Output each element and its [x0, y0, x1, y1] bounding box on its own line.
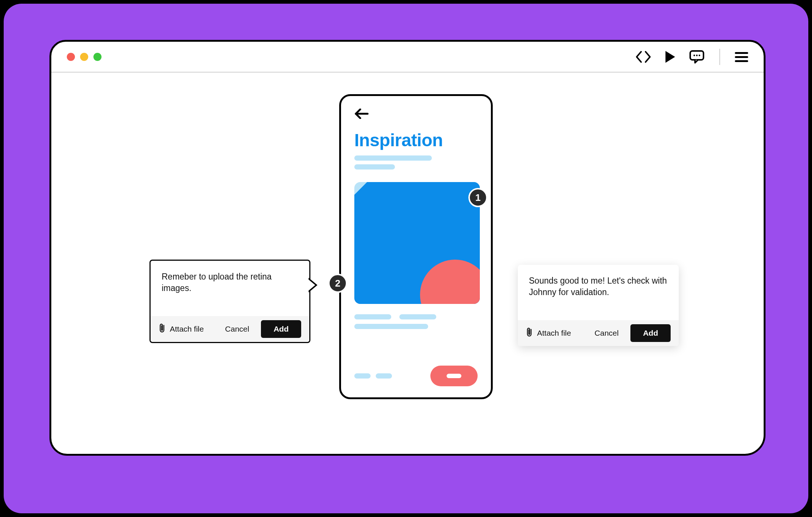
titlebar: [51, 42, 764, 73]
svg-rect-4: [735, 52, 748, 54]
placeholder-line: [354, 324, 428, 329]
annotation-badge-2[interactable]: 2: [328, 274, 347, 293]
phone-cta-button[interactable]: [430, 366, 478, 386]
attach-file-label: Attach file: [537, 329, 571, 338]
titlebar-actions: [635, 49, 748, 65]
window-zoom-dot[interactable]: [93, 53, 102, 61]
attach-file-button[interactable]: Attach file: [159, 323, 204, 335]
phone-title: Inspiration: [354, 130, 478, 150]
comment-text[interactable]: Sounds good to me! Let's check with John…: [518, 265, 679, 320]
speech-pointer-icon: [309, 278, 317, 292]
placeholder-line: [399, 314, 436, 319]
add-button[interactable]: Add: [261, 320, 301, 338]
placeholder-dash: [354, 373, 371, 379]
back-arrow-icon[interactable]: [354, 109, 478, 120]
play-icon[interactable]: [664, 50, 677, 64]
paperclip-icon: [159, 323, 166, 335]
placeholder-line: [354, 164, 395, 170]
placeholder-line: [354, 155, 432, 161]
traffic-lights: [67, 53, 102, 61]
annotation-badge-1[interactable]: 1: [468, 188, 488, 207]
placeholder-line: [354, 314, 391, 319]
comment-footer: Attach file Cancel Add: [518, 320, 679, 346]
titlebar-divider: [719, 49, 720, 65]
window-minimize-dot[interactable]: [80, 53, 88, 61]
comment-text[interactable]: Remeber to upload the retina images.: [151, 261, 309, 316]
design-canvas[interactable]: Inspiration: [51, 73, 764, 454]
paperclip-icon: [526, 327, 533, 339]
code-icon[interactable]: [635, 50, 651, 64]
browser-window: Inspiration: [49, 40, 765, 456]
add-button[interactable]: Add: [630, 324, 671, 342]
svg-point-3: [699, 54, 700, 56]
attach-file-label: Attach file: [170, 325, 204, 333]
svg-rect-6: [735, 60, 748, 62]
svg-rect-5: [735, 56, 748, 58]
stage-background: Inspiration: [4, 4, 808, 513]
placeholder-dash: [376, 373, 392, 379]
svg-point-2: [696, 54, 698, 56]
cancel-button[interactable]: Cancel: [589, 326, 624, 340]
comment-footer: Attach file Cancel Add: [151, 316, 309, 342]
chat-icon[interactable]: [689, 50, 705, 64]
phone-mockup: Inspiration: [339, 94, 493, 399]
comment-card-right: Sounds good to me! Let's check with John…: [518, 265, 679, 346]
menu-icon[interactable]: [735, 51, 748, 62]
comment-card-left: Remeber to upload the retina images. Att…: [149, 260, 310, 343]
artwork-placeholder: [354, 182, 480, 304]
attach-file-button[interactable]: Attach file: [526, 327, 571, 339]
window-close-dot[interactable]: [67, 53, 75, 61]
cancel-button[interactable]: Cancel: [220, 322, 254, 336]
svg-point-1: [694, 54, 695, 56]
